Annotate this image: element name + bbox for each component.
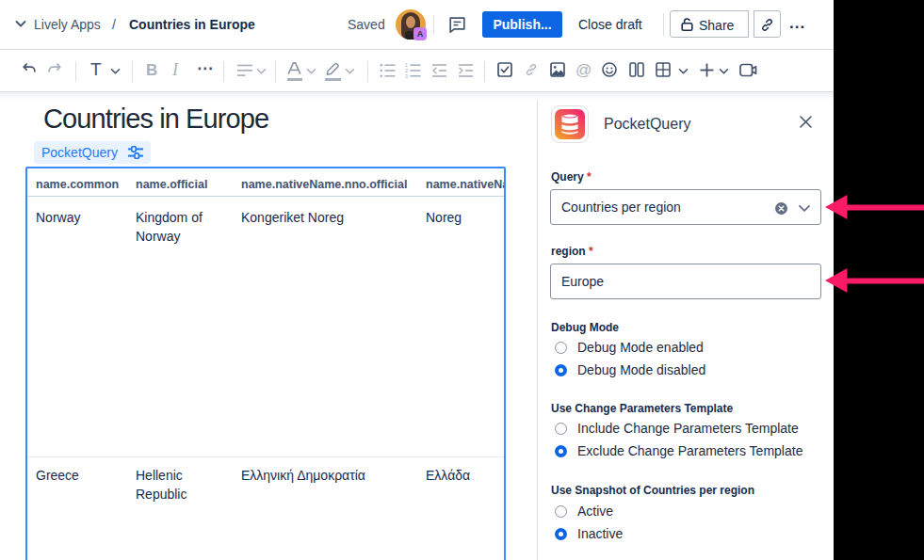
- svg-text:3: 3: [405, 73, 408, 78]
